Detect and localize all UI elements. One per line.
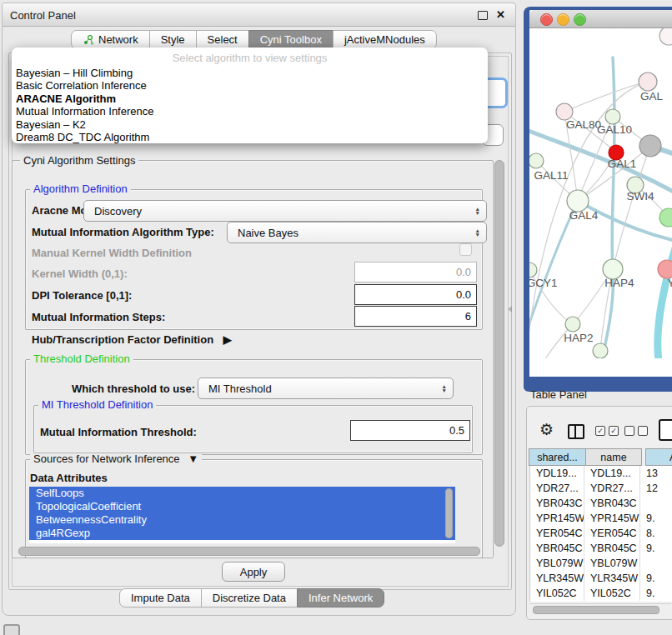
minimize-traffic-light[interactable]	[557, 13, 569, 26]
network-node-label: GAL11	[534, 169, 568, 182]
deselect-all-columns-icon[interactable]	[624, 426, 648, 436]
table-row[interactable]: YIL052CYIL052C9.	[530, 586, 672, 601]
float-panel-icon[interactable]	[478, 11, 488, 20]
table-cell: YBL079W	[584, 556, 640, 571]
mi-threshold-field[interactable]: 0.5	[350, 420, 470, 441]
network-node-label: GAL4	[569, 209, 599, 222]
popup-item[interactable]: Dream8 DC_TDC Algorithm	[16, 131, 484, 143]
apply-button[interactable]: Apply	[222, 562, 285, 582]
tab-discretize-data[interactable]: Discretize Data	[201, 588, 298, 608]
network-node[interactable]	[565, 317, 580, 332]
popup-item[interactable]: Bayesian – K2	[16, 118, 484, 131]
tab-impute-data[interactable]: Impute Data	[119, 588, 202, 608]
network-node[interactable]	[605, 109, 620, 124]
dpi-tolerance-field[interactable]: 0.0	[354, 284, 477, 305]
table-settings-gear-icon[interactable]: ⚙	[539, 422, 554, 438]
table-cell: 9.	[640, 586, 672, 601]
tab-label: Network	[98, 33, 138, 46]
show-columns-icon[interactable]	[568, 424, 584, 439]
table-row[interactable]: YBL079WYBL079W	[530, 556, 672, 571]
popup-item-highlighted[interactable]: ARACNE Algorithm	[16, 92, 484, 105]
network-edge[interactable]	[564, 82, 648, 112]
popup-item[interactable]: Basic Correlation Inference	[16, 79, 484, 92]
popup-item[interactable]: Bayesian – Hill Climbing	[16, 67, 484, 79]
tab-infer-network[interactable]: Infer Network	[297, 588, 384, 608]
table-row[interactable]: YBR043CYBR043C	[530, 496, 672, 511]
popup-item[interactable]: Mutual Information Inference	[16, 105, 484, 118]
tab-jactivemnodules[interactable]: jActiveMNodules	[333, 30, 437, 49]
column-header[interactable]: shared...	[529, 448, 586, 466]
select-all-columns-icon[interactable]: ✓ ✓	[595, 426, 619, 436]
list-item[interactable]: BetweennessCentrality	[29, 513, 455, 527]
table-cell: YER054C	[584, 526, 640, 541]
stepper-down-icon: ▼	[442, 388, 447, 392]
network-node[interactable]	[593, 343, 608, 358]
network-node[interactable]	[639, 72, 657, 91]
table-row[interactable]: YDR27...YDR27...12	[530, 481, 672, 496]
table-row[interactable]: YLR345WYLR345W9.	[530, 571, 672, 586]
network-node[interactable]	[659, 28, 672, 45]
table-row[interactable]: YDL19...YDL19...13	[530, 466, 672, 481]
mi-steps-field[interactable]: 6	[354, 306, 477, 327]
table-row[interactable]: YPR145WYPR145W9.	[530, 511, 672, 526]
list-item[interactable]: gal4RGexp	[29, 527, 455, 540]
table-cell: YBR045C	[530, 541, 584, 556]
sources-group-title[interactable]: Sources for Network Inference ▼	[30, 453, 202, 464]
hub-definition-toggle[interactable]: Hub/Transcription Factor Definition ▶	[32, 333, 232, 346]
minimized-panel-icon[interactable]	[3, 624, 20, 635]
network-node[interactable]	[529, 262, 537, 278]
network-node-label: GAL	[640, 90, 664, 102]
table-horizontal-scrollbar[interactable]	[529, 603, 671, 614]
aracne-mode-select[interactable]: Discovery ▲ ▼	[83, 200, 487, 222]
column-header[interactable]: A	[645, 448, 672, 466]
network-edge[interactable]	[599, 58, 614, 358]
manual-kernel-checkbox[interactable]	[459, 243, 472, 256]
network-node[interactable]	[658, 260, 672, 278]
table-row[interactable]: YER054CYER054C8.	[530, 526, 672, 541]
collapse-down-icon[interactable]: ▼	[188, 452, 198, 465]
network-canvas-svg[interactable]: GALGAL80GAL10GAL1SWI4GAL11GAL4GCY1HAP4YH…	[529, 28, 672, 358]
network-edge[interactable]	[578, 201, 672, 242]
data-attributes-list: SelfLoops TopologicalCoefficient Between…	[29, 487, 455, 543]
network-node[interactable]	[639, 135, 661, 157]
settings-vertical-scrollbar[interactable]	[494, 158, 504, 556]
tab-style[interactable]: Style	[149, 30, 197, 49]
tab-select[interactable]: Select	[196, 30, 249, 49]
zoom-traffic-light[interactable]	[574, 13, 586, 26]
table-cell: YIL052C	[530, 586, 584, 601]
close-icon[interactable]: ✕	[496, 8, 505, 21]
scrollbar-thumb[interactable]	[494, 160, 504, 547]
network-node-label: HAP2	[564, 332, 593, 344]
expand-right-icon[interactable]: ▶	[223, 333, 232, 346]
close-traffic-light[interactable]	[540, 13, 553, 26]
network-edge[interactable]	[658, 232, 672, 358]
scrollbar-thumb[interactable]	[533, 606, 659, 614]
kernel-width-label: Kernel Width (0,1):	[32, 268, 128, 280]
list-item[interactable]: SelfLoops	[29, 487, 455, 500]
settings-horizontal-scrollbar[interactable]	[17, 546, 489, 556]
which-threshold-label: Which threshold to use:	[72, 382, 195, 395]
list-item[interactable]: TopologicalCoefficient	[29, 500, 455, 513]
column-header[interactable]: name	[585, 448, 642, 466]
stepper-icon: ▲ ▼	[475, 228, 486, 237]
algorithm-definition-title: Algorithm Definition	[30, 183, 131, 194]
split-pane-handle[interactable]	[508, 306, 512, 312]
control-panel-tabs: Network Style Select Cyni Toolbox jActiv…	[71, 30, 437, 49]
hub-definition-label: Hub/Transcription Factor Definition	[32, 333, 213, 346]
tab-label: Infer Network	[308, 592, 373, 604]
table-row[interactable]: YBR045CYBR045C9.	[530, 541, 672, 556]
list-scrollbar-thumb[interactable]	[445, 488, 453, 538]
new-table-icon[interactable]	[659, 419, 672, 441]
tab-network[interactable]: Network	[71, 30, 150, 49]
table-cell: YDL19...	[530, 466, 584, 481]
network-window-titlebar[interactable]	[529, 10, 672, 28]
mi-type-select[interactable]: Naive Bayes ▲ ▼	[227, 222, 487, 243]
scrollbar-thumb[interactable]	[18, 547, 480, 556]
network-node[interactable]	[659, 208, 672, 227]
network-node[interactable]	[529, 153, 544, 168]
table-cell: 13	[640, 466, 672, 481]
kernel-width-field[interactable]: 0.0	[354, 262, 477, 282]
network-node[interactable]	[556, 103, 573, 120]
which-threshold-select[interactable]: MI Threshold ▲ ▼	[198, 378, 454, 399]
tab-cyni-toolbox[interactable]: Cyni Toolbox	[248, 30, 333, 49]
